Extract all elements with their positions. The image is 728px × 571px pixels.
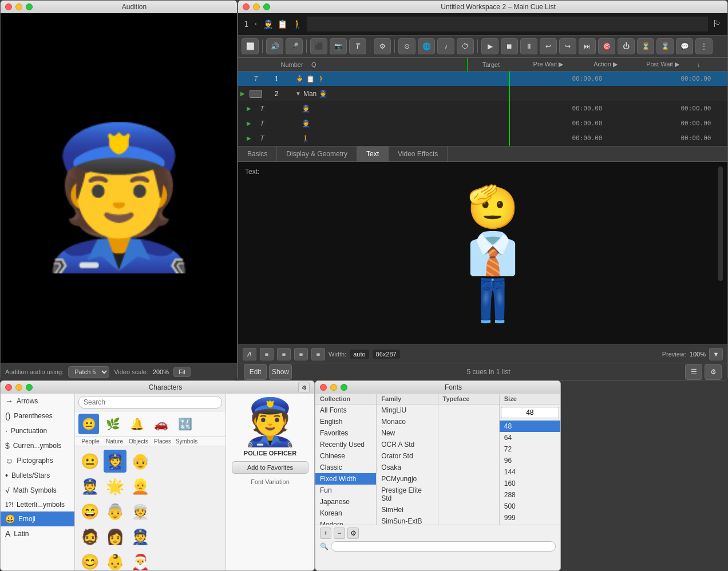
emoji-cell-selected[interactable]: 👮 bbox=[104, 450, 126, 473]
redo-button[interactable]: ↪ bbox=[559, 38, 576, 54]
workspace-minimize-button[interactable] bbox=[253, 3, 260, 10]
font-collection-item[interactable]: Fun bbox=[315, 485, 376, 496]
target-button[interactable]: ⊙ bbox=[398, 38, 416, 54]
emoji-cell[interactable]: 🌟 bbox=[104, 475, 126, 498]
flag-button[interactable]: 🏳 bbox=[713, 19, 722, 29]
edit-button[interactable]: Edit bbox=[244, 364, 267, 380]
cue-row[interactable]: ▶ 2 ▼ Man 👮 bbox=[238, 86, 727, 101]
fonts-minimize[interactable] bbox=[330, 384, 337, 391]
align-left-button[interactable]: ≡ bbox=[260, 348, 274, 360]
category-nature[interactable]: 🌿 bbox=[102, 414, 123, 434]
audio-patch-select[interactable]: Patch 5 bbox=[68, 366, 109, 378]
chars-settings-btn[interactable]: ⚙ bbox=[298, 382, 310, 393]
mic-button[interactable]: 🎤 bbox=[286, 38, 303, 54]
show-button[interactable]: Show bbox=[269, 364, 292, 380]
font-family-item[interactable]: OCR A Std bbox=[377, 439, 437, 450]
tab-basics[interactable]: Basics bbox=[238, 146, 277, 161]
goto-button[interactable]: 🎯 bbox=[598, 38, 615, 54]
chars-minimize[interactable] bbox=[15, 384, 22, 391]
zoom-button[interactable] bbox=[26, 3, 33, 10]
category-objects[interactable]: 🔔 bbox=[126, 414, 147, 434]
chars-search-input[interactable] bbox=[78, 396, 222, 409]
font-collection-item[interactable]: Chinese bbox=[315, 450, 376, 462]
emoji-cell[interactable]: 👮 bbox=[78, 475, 101, 498]
font-family-item[interactable]: Prestige Elite Std bbox=[377, 485, 437, 504]
fonts-close[interactable] bbox=[320, 384, 327, 391]
more-button[interactable]: ⋮ bbox=[695, 38, 713, 54]
power-button[interactable]: ⏻ bbox=[618, 38, 635, 54]
tab-text[interactable]: Text bbox=[357, 146, 389, 161]
cue-row[interactable]: T 1 👮 📋 🚶 00:00.00 00:00.00 bbox=[238, 72, 727, 86]
font-collection-item[interactable]: Recently Used bbox=[315, 439, 376, 450]
cue-row[interactable]: ▶ T 🚶 00:00.00 00:00.00 bbox=[238, 131, 727, 146]
emoji-cell[interactable]: 😄 bbox=[78, 500, 101, 523]
tab-display-geometry[interactable]: Display & Geometry bbox=[277, 146, 357, 161]
emoji-cell[interactable]: 👮 bbox=[129, 525, 152, 548]
font-size-item[interactable]: 64 bbox=[500, 432, 560, 443]
sidebar-item-emoji[interactable]: 😀 Emoji bbox=[1, 511, 74, 526]
stop-mode-button[interactable]: ⬜ bbox=[242, 38, 259, 54]
category-places[interactable]: 🚗 bbox=[151, 414, 171, 434]
emoji-cell[interactable]: 🎅 bbox=[129, 550, 152, 570]
emoji-cell[interactable]: 👴 bbox=[129, 450, 152, 473]
skip-button[interactable]: ⏭ bbox=[579, 38, 596, 54]
category-symbols[interactable]: 🔣 bbox=[175, 414, 195, 434]
font-size-item[interactable]: 999 bbox=[500, 512, 560, 524]
emoji-cell[interactable]: 👶 bbox=[104, 550, 126, 570]
video-cue-button[interactable]: ⬛ bbox=[310, 38, 327, 54]
sidebar-item-latin[interactable]: A Latin bbox=[1, 526, 74, 541]
font-size-item[interactable]: 288 bbox=[500, 489, 560, 501]
collection-actions-button[interactable]: ⚙ bbox=[347, 528, 359, 539]
preview-adjust-button[interactable]: ▼ bbox=[709, 348, 723, 360]
add-collection-button[interactable]: + bbox=[320, 528, 331, 539]
sidebar-item-bullets[interactable]: • Bullets/Stars bbox=[1, 468, 74, 483]
font-collection-item[interactable]: Japanese bbox=[315, 496, 376, 507]
time1-button[interactable]: ⏳ bbox=[637, 38, 654, 54]
font-family-item[interactable]: SimHei bbox=[377, 504, 437, 516]
emoji-cell[interactable]: 👩 bbox=[104, 525, 126, 548]
font-picker-button[interactable]: A bbox=[243, 348, 256, 360]
emoji-cell[interactable]: 👳 bbox=[129, 500, 152, 523]
align-justify-button[interactable]: ≡ bbox=[311, 348, 325, 360]
list-view-button[interactable]: ☰ bbox=[685, 364, 702, 380]
camera-button[interactable]: 📷 bbox=[330, 38, 347, 54]
remove-collection-button[interactable]: − bbox=[334, 528, 345, 539]
timer-button[interactable]: ⏱ bbox=[457, 38, 474, 54]
play-button[interactable]: ▶ bbox=[481, 38, 498, 54]
settings-button[interactable]: ⚙ bbox=[374, 38, 391, 54]
add-to-favorites-button[interactable]: Add to Favorites bbox=[232, 461, 308, 474]
cue-row[interactable]: ▶ T 👮 00:00.00 00:00.00 bbox=[238, 116, 727, 131]
cue-row[interactable]: ▶ T 👮 00:00.00 00:00.00 bbox=[238, 101, 727, 116]
stop-button[interactable]: ⏹ bbox=[501, 38, 518, 54]
font-family-item[interactable]: Orator Std bbox=[377, 450, 437, 462]
font-size-item[interactable]: 144 bbox=[500, 466, 560, 478]
pause-button[interactable]: ⏸ bbox=[520, 38, 537, 54]
globe-button[interactable]: 🌐 bbox=[418, 38, 435, 54]
font-family-item[interactable]: SimSun-ExtB bbox=[377, 516, 437, 525]
font-family-item[interactable]: Osaka bbox=[377, 462, 437, 473]
sidebar-item-currency[interactable]: $ Curren...ymbols bbox=[1, 438, 74, 453]
tab-video-effects[interactable]: Video Effects bbox=[389, 146, 448, 161]
font-collection-item[interactable]: All Fonts bbox=[315, 405, 376, 416]
text-preview-content[interactable]: 🫡 👔 👖 bbox=[265, 168, 721, 339]
size-input[interactable] bbox=[501, 407, 559, 418]
workspace-zoom-button[interactable] bbox=[263, 3, 270, 10]
font-size-item[interactable]: 48 bbox=[500, 421, 560, 432]
undo-button[interactable]: ↩ bbox=[540, 38, 557, 54]
font-collection-item[interactable]: Favorites bbox=[315, 427, 376, 439]
sidebar-item-arrows[interactable]: → Arrows bbox=[1, 394, 74, 409]
emoji-cell[interactable]: 😐 bbox=[78, 450, 101, 473]
sidebar-item-punctuation[interactable]: · Punctuation bbox=[1, 423, 74, 438]
emoji-cell[interactable]: 🧔 bbox=[78, 525, 101, 548]
fonts-zoom[interactable] bbox=[341, 384, 347, 391]
category-people[interactable]: 😐 bbox=[78, 414, 99, 434]
sidebar-item-letterlike[interactable]: 1?! Letterli...ymbols bbox=[1, 498, 74, 511]
font-collection-item[interactable]: English bbox=[315, 416, 376, 427]
cue-title-input[interactable] bbox=[307, 17, 708, 31]
font-size-item[interactable]: 72 bbox=[500, 443, 560, 455]
sidebar-item-parentheses[interactable]: () Parentheses bbox=[1, 409, 74, 423]
chars-close[interactable] bbox=[5, 384, 12, 391]
audio-cue-button[interactable]: 🔊 bbox=[266, 38, 283, 54]
sidebar-item-pictographs[interactable]: ☺ Pictographs bbox=[1, 453, 74, 468]
align-center-button[interactable]: ≡ bbox=[277, 348, 291, 360]
